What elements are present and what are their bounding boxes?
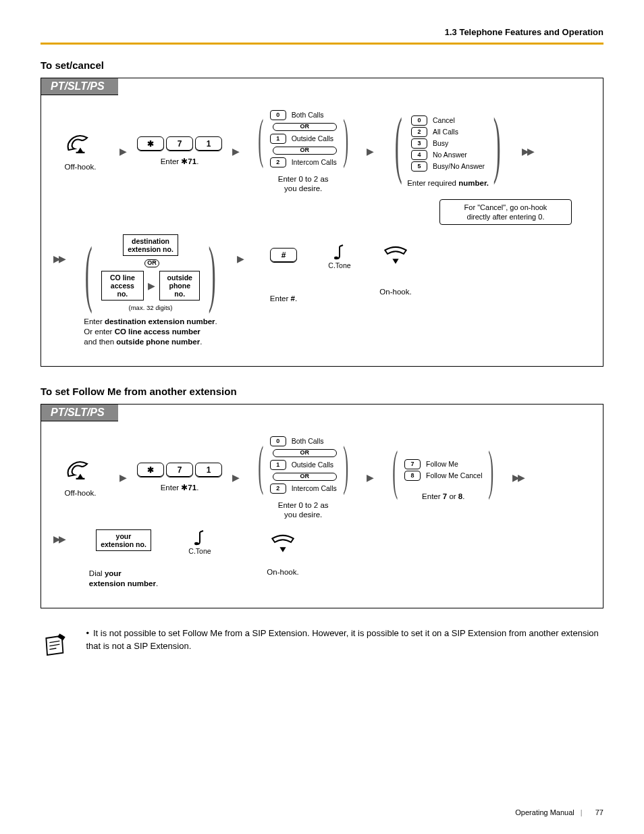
- left-paren: (: [258, 122, 263, 155]
- opt-busy: Busy: [433, 139, 448, 148]
- double-arrow-icon: ▶▶: [53, 533, 64, 544]
- opt-outside-calls: Outside Calls: [292, 461, 333, 469]
- opt-no-answer: No Answer: [433, 151, 467, 159]
- section1-title: To set/cancel: [41, 59, 603, 71]
- double-arrow-icon: ▶▶: [522, 146, 533, 157]
- off-hook-icon: [65, 131, 96, 157]
- right-paren: ): [493, 122, 501, 166]
- key-0: 0: [270, 110, 286, 120]
- key-4b: 4: [411, 150, 427, 160]
- cancel-note: For "Cancel", go on-hook directly after …: [439, 199, 572, 226]
- co-line-box: CO line access no.: [101, 271, 144, 301]
- page-number: 77: [595, 808, 603, 816]
- arrow-icon: ▶: [367, 472, 374, 483]
- dial-your-caption: Dial yourextension number.: [89, 569, 158, 589]
- enter-71-caption: Enter ✱71.: [161, 483, 199, 492]
- key-1s: 1: [270, 460, 286, 470]
- key-3b: 3: [411, 138, 427, 149]
- page: 1.3 Telephone Features and Operation To …: [0, 0, 644, 834]
- enter-0to2-caption: Enter 0 to 2 as you desire.: [278, 174, 329, 194]
- arrow-icon: ▶: [367, 146, 374, 157]
- right-paren: ): [343, 449, 348, 481]
- key-2s: 2: [270, 484, 286, 494]
- or-label: OR: [273, 147, 337, 155]
- arrow-icon: ▶: [232, 472, 240, 483]
- dest-ext-box: destination extension no.: [123, 234, 178, 256]
- or-label: OR: [273, 449, 337, 457]
- key-8s: 8: [404, 471, 421, 481]
- opt-intercom-calls: Intercom Calls: [292, 484, 337, 493]
- enter-dest-caption: Enter destination extension number. Or e…: [84, 317, 217, 347]
- arrow-icon: ▶: [148, 280, 155, 291]
- opt-follow-me: Follow Me: [426, 460, 458, 469]
- opt-cancel: Cancel: [433, 116, 455, 125]
- key-star: ✱: [137, 463, 164, 477]
- double-arrow-icon: ▶▶: [512, 472, 523, 483]
- key-hash: #: [270, 248, 297, 263]
- on-hook-icon: [380, 241, 411, 267]
- enter-required-caption: Enter required number.: [407, 178, 489, 188]
- right-paren: ): [209, 251, 216, 295]
- svg-point-1: [194, 542, 198, 544]
- arrow-icon: ▶: [119, 146, 127, 157]
- key-7: 7: [166, 136, 193, 151]
- opt-intercom-calls: Intercom Calls: [292, 158, 337, 167]
- off-hook-caption: Off-hook.: [64, 162, 96, 172]
- diagram-follow-me: PT/SLT/PS Off-hook. ▶ ✱ 7 1 Enter ✱71.: [41, 404, 603, 608]
- on-hook-icon: [267, 529, 298, 555]
- your-ext-box: your extension no.: [96, 529, 151, 551]
- key-0: 0: [270, 436, 286, 446]
- note-row: •It is not possible to set Follow Me fro…: [41, 627, 603, 662]
- on-hook-caption: On-hook.: [267, 567, 298, 577]
- enter-71-caption: Enter ✱71.: [161, 157, 199, 166]
- or-label: OR: [144, 259, 159, 267]
- note-text: •It is not possible to set Follow Me fro…: [86, 627, 603, 653]
- enter-hash-caption: Enter #.: [270, 294, 297, 303]
- right-paren: ): [489, 454, 494, 486]
- diagram2-tab: PT/SLT/PS: [41, 405, 118, 421]
- max-digits-label: (max. 32 digits): [129, 304, 173, 311]
- double-arrow-icon: ▶▶: [53, 253, 64, 264]
- opt-outside-calls: Outside Calls: [292, 134, 333, 143]
- header-section-label: 1.3 Telephone Features and Operation: [41, 27, 603, 37]
- enter-7or8-caption: Enter 7 or 8.: [422, 492, 464, 501]
- diagram-set-cancel: PT/SLT/PS Off-hook. ▶ ✱ 7 1 Enter ✱71.: [41, 78, 603, 367]
- left-paren: (: [85, 251, 92, 295]
- arrow-icon: ▶: [119, 472, 127, 483]
- opt-both-calls: Both Calls: [292, 437, 324, 446]
- key-1: 1: [195, 136, 222, 151]
- arrow-icon: ▶: [232, 146, 240, 157]
- left-paren: (: [393, 454, 398, 486]
- on-hook-caption: On-hook.: [379, 287, 411, 296]
- ctone-label: C.Tone: [328, 261, 350, 269]
- off-hook-icon: [65, 457, 96, 483]
- left-paren: (: [258, 449, 263, 481]
- header-rule: [41, 43, 603, 45]
- opt-both-calls: Both Calls: [292, 111, 324, 120]
- left-paren: (: [395, 122, 402, 166]
- enter-0to2-caption: Enter 0 to 2 as you desire.: [278, 500, 329, 520]
- svg-point-0: [334, 257, 338, 259]
- key-1: 1: [195, 463, 222, 477]
- right-paren: ): [343, 122, 348, 155]
- arrow-icon: ▶: [237, 253, 244, 264]
- footer-manual: Operating Manual: [515, 808, 574, 816]
- key-0b: 0: [411, 115, 427, 126]
- key-2b: 2: [411, 127, 427, 137]
- section2-title: To set Follow Me from another extension: [41, 386, 603, 397]
- key-2s: 2: [270, 157, 286, 167]
- key-7: 7: [166, 463, 193, 477]
- note-icon: [41, 627, 70, 662]
- ctone-label: C.Tone: [188, 547, 211, 555]
- off-hook-caption: Off-hook.: [64, 488, 96, 498]
- opt-all-calls: All Calls: [433, 128, 458, 136]
- key-1s: 1: [270, 134, 286, 144]
- opt-follow-me-cancel: Follow Me Cancel: [426, 471, 482, 480]
- key-5b: 5: [411, 161, 427, 172]
- tone-icon: [333, 244, 346, 261]
- tone-icon: [193, 529, 207, 547]
- outside-phone-box: outside phone no.: [159, 271, 200, 301]
- diagram1-tab: PT/SLT/PS: [41, 78, 118, 95]
- key-7s: 7: [404, 459, 421, 469]
- or-label: OR: [273, 473, 337, 481]
